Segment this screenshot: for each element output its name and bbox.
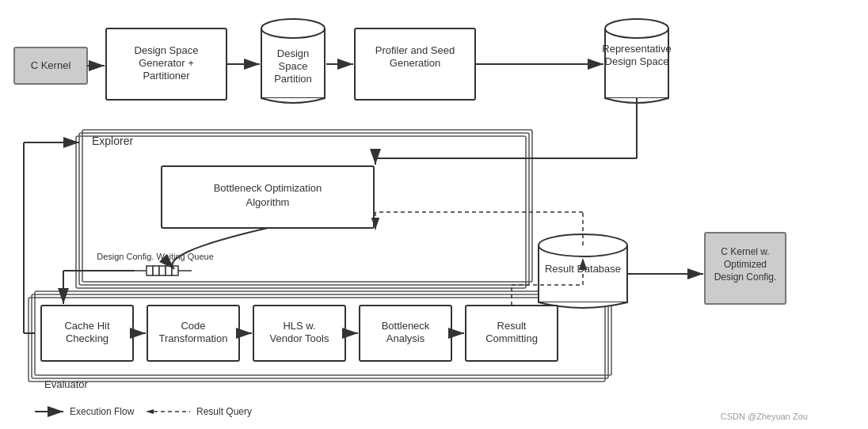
- exec-flow-label: Execution Flow: [70, 406, 135, 417]
- waiting-queue-label: Design Config. Waiting Queue: [97, 252, 214, 261]
- result-query-label: Result Query: [196, 406, 252, 417]
- hls-line1: HLS w.: [283, 320, 315, 332]
- svg-marker-58: [146, 409, 154, 414]
- cache-line2: Checking: [66, 332, 108, 344]
- codetrans-line1: Code: [181, 320, 205, 332]
- svg-rect-25: [166, 266, 172, 275]
- svg-point-13: [261, 19, 325, 38]
- svg-rect-24: [159, 266, 166, 275]
- profiler-line2: Generation: [390, 57, 440, 69]
- codetrans-line2: Transformation: [159, 332, 228, 344]
- diagram: Explorer Evaluator C Kernel Design Space…: [0, 0, 868, 429]
- c-kernel-text: C Kernel: [31, 59, 71, 71]
- svg-point-16: [605, 19, 668, 38]
- repds-line1: Representative: [602, 43, 671, 55]
- dsp-line1: Design: [277, 47, 309, 59]
- ba-line2: Analysis: [386, 332, 425, 344]
- boa-line2: Algorithm: [246, 196, 290, 208]
- svg-rect-23: [153, 266, 159, 275]
- ckopt-line2: Optimized: [724, 259, 767, 270]
- ckopt-line3: Design Config.: [714, 271, 777, 283]
- evaluator-label: Evaluator: [44, 378, 89, 390]
- dsp-line2: Space: [279, 60, 308, 72]
- dsp-line3: Partition: [274, 73, 312, 85]
- ckopt-line1: C Kernel w.: [721, 246, 769, 257]
- dsg-line3: Partitioner: [143, 70, 190, 82]
- repds-line2: Design Space: [605, 55, 669, 67]
- watermark: CSDN @Zheyuan Zou: [721, 412, 808, 421]
- cache-line1: Cache Hit: [64, 320, 109, 332]
- svg-rect-22: [147, 266, 153, 275]
- rc-line1: Result: [497, 320, 527, 332]
- ba-line1: Bottleneck: [382, 320, 430, 332]
- hls-line2: Vendor Tools: [270, 332, 329, 344]
- rc-line2: Committing: [485, 332, 538, 344]
- boa-line1: Bottleneck Optimization: [214, 182, 322, 194]
- dsg-line1: Design Space: [135, 44, 199, 56]
- explorer-label: Explorer: [92, 135, 133, 147]
- dsg-line2: Generator +: [139, 57, 194, 69]
- profiler-line1: Profiler and Seed: [375, 44, 455, 56]
